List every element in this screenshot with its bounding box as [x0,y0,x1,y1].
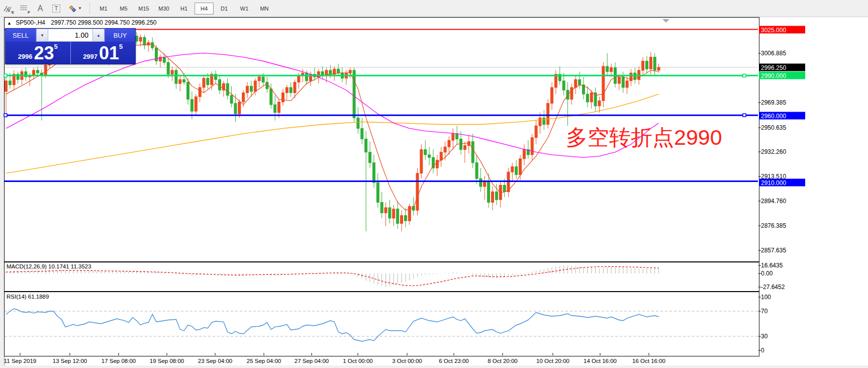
line-handle [743,74,746,77]
volume-input[interactable]: 1.00 [48,29,92,42]
buy-button[interactable]: BUY [105,29,135,42]
scroll-end-marker-icon [662,19,669,23]
ma-fast-line [6,44,659,210]
ma-slow-line [6,94,659,173]
one-click-trading-panel: SELL ▼ 1.00 ▲ BUY 2996 23 5 2997 01 5 [5,28,136,64]
buy-price[interactable]: 2997 01 5 [71,42,136,64]
chart-title: ▲ SP500-,H4 2997.750 2998.500 2994.750 2… [7,19,157,26]
macd-signal-line [6,266,659,286]
ma-mid-line [6,53,659,158]
volume-decrease-button[interactable]: ▼ [36,29,48,42]
rsi-label: RSI(14) 61.1889 [7,294,49,300]
volume-increase-button[interactable]: ▲ [92,29,105,42]
line-handle [4,114,7,117]
sell-price[interactable]: 2996 23 5 [6,42,71,64]
ohlc-values: 2997.750 2998.500 2994.750 2996.250 [51,19,156,26]
mt4-window: E F A T ▼ M1M5M15M30H1H4D1 [0,0,868,368]
macd-label: MACD(12,26,9) 10.1741 11.3523 [7,263,91,269]
symbol-label: SP500-,H4 [16,19,45,26]
line-handle [4,74,7,77]
macd-histogram [6,265,659,287]
chart-annotation-text: 多空转折点2990 [566,127,722,148]
collapse-triangle-icon[interactable]: ▲ [7,21,12,26]
sell-button[interactable]: SELL [6,29,36,42]
line-handle [743,114,746,117]
